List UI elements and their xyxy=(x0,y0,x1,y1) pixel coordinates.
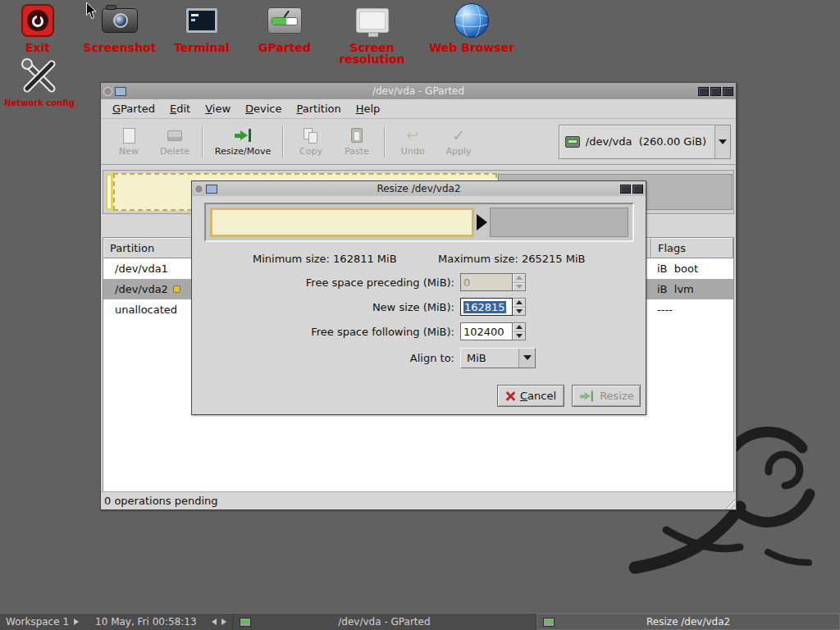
partition-name: /dev/vda1 xyxy=(115,262,168,275)
gparted-task-icon xyxy=(543,618,555,627)
apply-check-icon: ✓ xyxy=(452,128,465,144)
maximum-size-label: Maximum size: 265215 MiB xyxy=(438,253,585,265)
terminal-icon xyxy=(185,7,218,34)
spin-up-button[interactable] xyxy=(513,323,525,331)
desktop-icon-label: Screenshot xyxy=(84,42,157,53)
status-bar: 0 operations pending xyxy=(101,491,736,509)
partition-flags: iB lvm xyxy=(651,283,733,295)
spinbox-value[interactable]: 0 xyxy=(460,273,513,291)
minimum-size-label: Minimum size: 162811 MiB xyxy=(253,253,397,265)
copy-icon xyxy=(304,128,318,144)
dialog-titlebar[interactable]: Resize /dev/vda2 xyxy=(192,181,646,196)
align-to-dropdown[interactable]: MiB xyxy=(460,348,536,368)
copy-button[interactable]: Copy xyxy=(288,126,334,157)
column-header-partition[interactable]: Partition xyxy=(103,238,202,258)
resize-drag-handle[interactable] xyxy=(477,214,487,231)
dialog-title: Resize /dev/vda2 xyxy=(192,183,646,194)
taskbar-item-gparted[interactable]: /dev/vda - GParted xyxy=(232,614,536,630)
desktop-icon-network-config[interactable]: Network config xyxy=(2,57,77,109)
maximize-button[interactable] xyxy=(620,185,631,194)
free-space-preceding-spinbox[interactable]: 0 xyxy=(460,273,526,291)
pending-operations-text: 0 operations pending xyxy=(104,495,218,507)
gparted-titlebar[interactable]: /dev/vda - GParted xyxy=(101,83,736,99)
menu-edit[interactable]: Edit xyxy=(162,100,198,117)
partition-flags: ---- xyxy=(651,304,733,316)
resize-dialog: Resize /dev/vda2 Minimum size: 162811 Mi… xyxy=(191,180,646,415)
desktop-icon-label: Terminal xyxy=(174,42,230,53)
free-space-preceding-row: Free space preceding (MiB): 0 xyxy=(192,273,646,291)
toolbar-separator xyxy=(282,126,284,158)
partition-name: unallocated xyxy=(115,304,177,316)
resize-grip[interactable] xyxy=(723,496,735,509)
spin-up-button[interactable] xyxy=(513,299,525,307)
spin-down-button[interactable] xyxy=(513,331,525,340)
partition-size-segment[interactable] xyxy=(210,208,474,237)
partition-name: /dev/vda2 xyxy=(115,283,168,295)
free-space-preceding-label: Free space preceding (MiB): xyxy=(192,276,454,289)
window-menu-icon[interactable] xyxy=(194,185,203,194)
desktop-icon-exit[interactable]: Exit xyxy=(11,2,65,53)
new-button[interactable]: New xyxy=(106,126,152,157)
resize-button[interactable]: Resize xyxy=(572,385,641,407)
gparted-app-icon xyxy=(206,185,217,194)
desktop-icon-web-browser[interactable]: Web Browser xyxy=(424,2,519,53)
minimize-button[interactable] xyxy=(698,87,709,96)
spin-down-button[interactable] xyxy=(513,282,525,291)
device-selector[interactable]: /dev/vda (260.00 GiB) xyxy=(559,125,731,159)
page-prev-icon[interactable] xyxy=(212,619,217,625)
workspace-next-icon[interactable] xyxy=(74,619,79,625)
menu-view[interactable]: View xyxy=(198,100,238,117)
paste-button[interactable]: Paste xyxy=(334,126,380,157)
desktop-icon-screen-resolution[interactable]: Screen resolution xyxy=(316,2,428,65)
new-size-row: New size (MiB): 162815 xyxy=(192,298,646,316)
apply-button[interactable]: ✓ Apply xyxy=(436,126,482,157)
window-menu-icon[interactable] xyxy=(103,87,112,96)
menu-partition[interactable]: Partition xyxy=(290,100,349,117)
resize-arrow-icon xyxy=(580,390,593,401)
resize-arrow-icon xyxy=(235,129,251,142)
spin-up-button[interactable] xyxy=(513,274,525,282)
free-space-segment[interactable] xyxy=(490,208,628,237)
device-dropdown-arrow[interactable] xyxy=(714,126,730,158)
gparted-app-icon xyxy=(115,87,126,96)
taskbar: Workspace 1 10 May, Fri 00:58:13 /dev/vd… xyxy=(0,613,840,630)
free-space-following-spinbox[interactable]: 102400 xyxy=(460,322,526,340)
page-next-icon[interactable] xyxy=(221,619,226,625)
cancel-button[interactable]: Cancel xyxy=(497,385,564,407)
align-to-row: Align to: MiB xyxy=(192,349,646,367)
device-selector-value: /dev/vda (260.00 GiB) xyxy=(586,135,714,148)
camera-icon xyxy=(102,8,138,33)
gparted-icon xyxy=(267,7,302,34)
maximize-button[interactable] xyxy=(710,87,721,96)
resize-move-button[interactable]: Resize/Move xyxy=(208,126,278,157)
undo-icon: ↩ xyxy=(406,128,418,143)
close-button[interactable] xyxy=(723,87,733,96)
spin-down-button[interactable] xyxy=(513,307,525,316)
menu-device[interactable]: Device xyxy=(238,100,289,117)
menu-help[interactable]: Help xyxy=(349,100,388,117)
mouse-cursor xyxy=(85,2,98,22)
spinbox-value[interactable]: 162815 xyxy=(460,298,513,316)
spinbox-value[interactable]: 102400 xyxy=(460,322,513,340)
exit-icon xyxy=(21,4,54,37)
cancel-x-icon xyxy=(505,391,515,401)
new-size-spinbox[interactable]: 162815 xyxy=(460,298,526,316)
delete-button[interactable]: Delete xyxy=(152,126,198,157)
align-to-label: Align to: xyxy=(192,352,454,364)
desktop-icon-gparted[interactable]: GParted xyxy=(245,2,324,53)
menu-gparted[interactable]: GParted xyxy=(105,100,162,117)
dropdown-arrow[interactable] xyxy=(518,349,535,368)
column-header-flags[interactable]: Flags xyxy=(651,238,733,258)
desktop-icon-label: Web Browser xyxy=(429,42,514,53)
menubar: GParted Edit View Device Partition Help xyxy=(101,99,736,119)
tools-icon xyxy=(19,58,60,94)
window-title: /dev/vda - GParted xyxy=(101,85,736,97)
partition-segment-vda1[interactable] xyxy=(106,174,112,210)
workspace-label[interactable]: Workspace 1 xyxy=(6,616,69,628)
close-button[interactable] xyxy=(632,185,643,194)
desktop-icon-label: Network config xyxy=(4,98,75,109)
taskbar-item-resize-dialog[interactable]: Resize /dev/vda2 xyxy=(536,614,840,630)
partition-flags: iB boot xyxy=(651,262,733,275)
undo-button[interactable]: ↩ Undo xyxy=(390,126,436,157)
desktop-icon-terminal[interactable]: Terminal xyxy=(161,2,243,53)
